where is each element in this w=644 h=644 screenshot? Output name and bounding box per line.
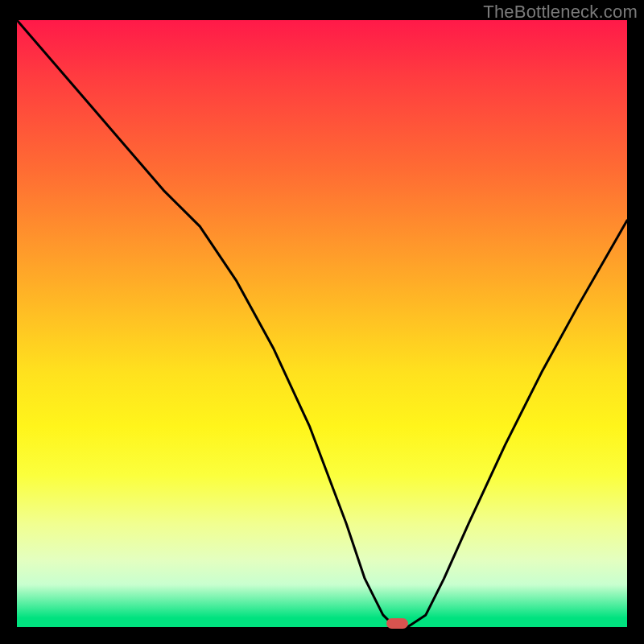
curve-path (17, 20, 627, 627)
optimal-marker (386, 618, 408, 629)
bottleneck-curve (17, 20, 627, 627)
chart-frame (0, 20, 644, 644)
chart-plot-area (17, 20, 627, 627)
